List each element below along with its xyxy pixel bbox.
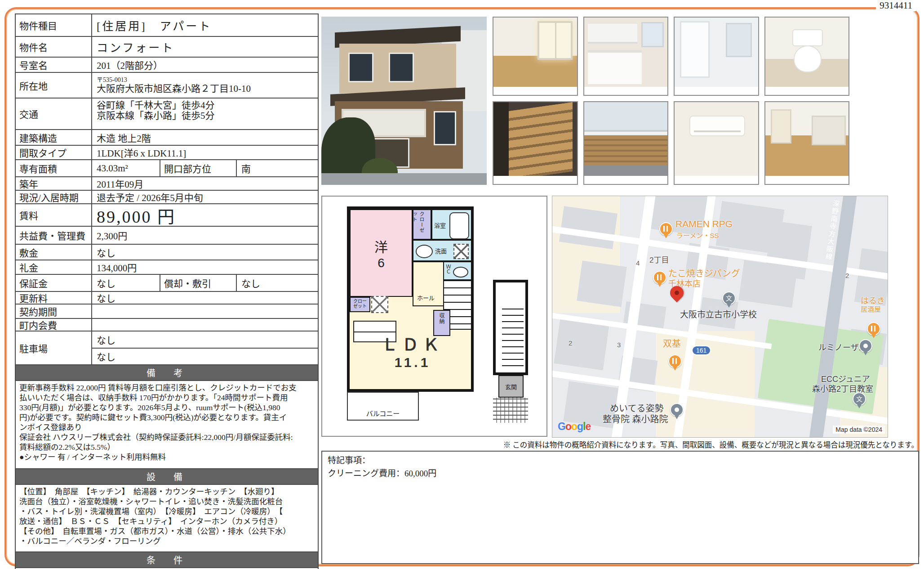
row-label: 間取タイプ (16, 146, 92, 159)
bathtub (449, 212, 469, 239)
haruki-sub-label: 居酒屋 (861, 304, 881, 314)
row-value: 134,000円 (92, 260, 318, 274)
school-pin-icon: 文 (853, 392, 866, 406)
row-label: 共益費・管理費 (16, 227, 92, 244)
restaurant-pin-icon (668, 354, 682, 368)
ramen-label: RAMEN RPG (675, 219, 733, 229)
row-label-2: 償却・敷引 (160, 275, 237, 291)
ramen-sub-label: ラーメン・SS (676, 230, 719, 240)
floorplan-porch-hatch (493, 398, 528, 423)
row-value: なし (92, 275, 160, 291)
table-row: 現況/入居時期 退去予定 / 2026年5月中旬 (16, 191, 318, 204)
route-161-shield: 161 (693, 346, 710, 354)
restaurant-pin-icon (867, 322, 880, 336)
floorplan-wc: ＷＣ (443, 261, 472, 280)
equipment-text: 【位置】 角部屋 【キッチン】 給湯器・カウンターキッチン 【水廻り】 洗面台（… (16, 485, 318, 552)
table-row: 交通 谷町線「千林大宮」徒歩4分 京阪本線「森小路」徒歩5分 (16, 99, 318, 130)
rent-value: 89,000 円 (92, 204, 318, 226)
row-value: コンフォート (92, 37, 318, 57)
place-pin-icon (670, 403, 684, 417)
floorplan-washroom: 洗面 (413, 240, 472, 261)
google-logo: Google (558, 421, 591, 433)
row-value: 退去予定 / 2026年5月中旬 (92, 191, 318, 203)
row-value: 2,300円 (92, 227, 318, 244)
row-label: 更新料 (16, 292, 92, 304)
floorplan-genkan: 玄関 (498, 375, 524, 398)
floorplan-bath: 浴室 (431, 209, 472, 240)
row-value-2: なし (237, 275, 318, 291)
table-row: 所在地 〒535-0013 大阪府大阪市旭区森小路２丁目10-10 (16, 73, 318, 99)
row-label: 交通 (16, 99, 92, 129)
remarks-header: 備 考 (16, 365, 318, 381)
window (389, 53, 414, 82)
address: 大阪府大阪市旭区森小路２丁目10-10 (97, 84, 251, 94)
row-label: 賃料 (16, 204, 92, 226)
row-label: 所在地 (16, 73, 92, 98)
row-value: 谷町線「千林大宮」徒歩4分 京阪本線「森小路」徒歩5分 (92, 99, 318, 129)
balcony-photo (583, 101, 669, 185)
floorplan-closet-2: クロー ゼット (350, 297, 370, 312)
meiteru-label-2: 整骨院 森小路院 (603, 412, 668, 425)
document-id: 9314411 (876, 0, 916, 11)
table-row: 共益費・管理費 2,300円 (16, 227, 318, 245)
row-value: 木造 地上2階 (92, 130, 318, 145)
luminosa-label: ルミノーザ: (818, 341, 861, 353)
row-label: 保証金 (16, 275, 92, 291)
row-value: 201（2階部分） (92, 58, 318, 72)
row-value: [住居用] アパート (92, 14, 318, 36)
restaurant-pin-icon (653, 271, 666, 284)
row-value-2: 南 (237, 160, 318, 176)
toilet-photo (764, 17, 850, 96)
floor-plan: 洋 6 クローゼット 浴室 洗面 ＷＣ ホール クロー ゼット 収納 ＬＤＫ 1… (321, 196, 547, 437)
conditions-header: 条 件 (16, 552, 318, 568)
row-value (92, 305, 318, 318)
table-row: 建築構造 木造 地上2階 (16, 130, 318, 146)
living-kitchen-photo (764, 101, 850, 185)
soki-label: 双基 (663, 336, 681, 349)
table-row: 保証金 なし 償却・敷引 なし (16, 275, 318, 292)
restaurant-pin-icon (659, 222, 673, 236)
table-row: 敷金 なし (16, 245, 318, 260)
window (348, 53, 373, 82)
floorplan-hall: ホール (413, 261, 443, 306)
table-row: 築年 2011年09月 (16, 177, 318, 191)
floorplan-outer-stairs (493, 280, 528, 375)
table-row: 町内会費 (16, 319, 318, 332)
table-row: 号室名 201（2階部分） (16, 58, 318, 73)
special-notes-title: 特記事項： (328, 454, 913, 467)
row-label: 契約期間 (16, 305, 92, 318)
postal-code: 〒535-0013 (97, 76, 127, 83)
table-row: 専有面積 43.03m² 開口部方位 南 (16, 160, 318, 177)
row-label: 物件名 (16, 37, 92, 57)
kitchen-photo (583, 17, 669, 96)
table-row: 礼金 134,000円 (16, 260, 318, 275)
property-table: 物件種目 [住居用] アパート 物件名 コンフォート 号室名 201（2階部分）… (15, 13, 319, 569)
row-label: 建築構造 (16, 130, 92, 145)
transit-line-1: 谷町線「千林大宮」徒歩4分 (97, 100, 215, 111)
row-value: なし (92, 245, 318, 260)
floorplan-closet-1: クローゼット (413, 209, 431, 240)
table-row: 契約期間 (16, 305, 318, 319)
row-label: 礼金 (16, 260, 92, 274)
ecc-label-2: 森小路2丁目教室 (812, 382, 873, 394)
sink (416, 245, 433, 258)
washroom-photo (674, 17, 759, 96)
disclaimer-note: ※ この資料は物件の概略紹介資料になります。写真、間取図面、設備、概要などが現況… (289, 439, 919, 450)
row-label: 築年 (16, 177, 92, 190)
special-notes-box: 特記事項： クリーニング費用：60,000円 (321, 451, 919, 564)
parking-value-2: なし (92, 349, 318, 365)
floorplan-balcony: バルコニー (347, 392, 419, 421)
building-exterior-photo (321, 17, 487, 185)
floorplan-unit-outline: 洋 6 クローゼット 浴室 洗面 ＷＣ ホール クロー ゼット 収納 ＬＤＫ 1… (347, 206, 474, 392)
row-value (92, 319, 318, 331)
map-data-attribution: Map data ©2024 (833, 426, 885, 434)
school-label: 大阪市立古市小学校 (680, 308, 757, 320)
table-row: 賃料 89,000 円 (16, 204, 318, 227)
aircon-photo (674, 101, 759, 185)
remarks-text: 更新事務手数料 22,000円 賃料等月額を口座引落とし、クレジットカードでお支… (16, 381, 318, 469)
room-window-photo (493, 17, 578, 96)
place-pin-icon (859, 339, 872, 353)
row-label-2: 開口部方位 (160, 160, 237, 176)
floorplan-entrance-block: 玄関 (493, 280, 528, 423)
row-value: 〒535-0013 大阪府大阪市旭区森小路２丁目10-10 (92, 73, 318, 98)
